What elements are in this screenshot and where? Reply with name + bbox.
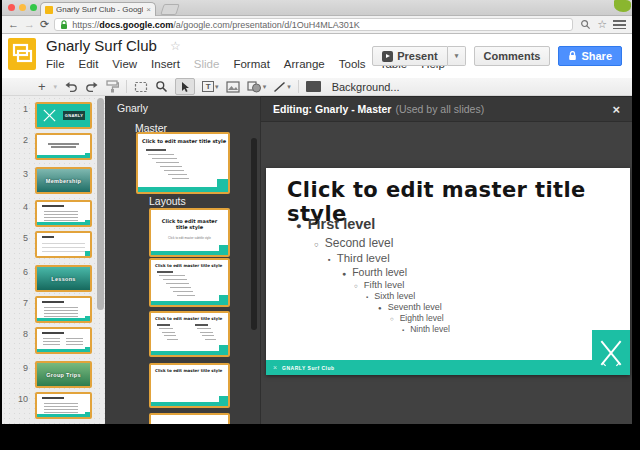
redo-icon[interactable] xyxy=(85,79,99,94)
bullet-level-5[interactable]: ○Fifth level xyxy=(266,279,630,290)
layout-thumbnail-partial[interactable] xyxy=(149,413,230,424)
filmstrip-slide-9: 9Group Trips xyxy=(2,361,105,389)
slide-thumbnail-5[interactable] xyxy=(35,231,92,258)
menu-edit[interactable]: Edit xyxy=(79,58,99,70)
layout-thumbnail-title-and-body[interactable]: Click to edit master title style xyxy=(149,258,230,307)
slide-layout-icon[interactable] xyxy=(306,79,321,94)
master-edit-area: Editing: Gnarly - Master (Used by all sl… xyxy=(260,96,632,424)
address-bar[interactable]: https://docs.google.com/a/google.com/pre… xyxy=(54,18,573,31)
menu-file[interactable]: File xyxy=(46,58,65,70)
text-box-tool-button[interactable]: T▾ xyxy=(202,79,219,94)
bullet-text: Second level xyxy=(325,236,394,250)
filmstrip-slide-7: 7 xyxy=(2,296,105,324)
forward-icon[interactable]: → xyxy=(24,19,35,30)
bullet-marker-icon: ● xyxy=(378,305,382,311)
slide-number: 6 xyxy=(4,267,28,277)
slide-thumbnail-3[interactable]: Membership xyxy=(35,167,92,194)
bookmark-star-icon[interactable]: ☆ xyxy=(597,18,607,31)
menu-arrange[interactable]: Arrange xyxy=(284,58,325,70)
slide-thumbnail-6[interactable]: Lessons xyxy=(35,265,92,292)
filmstrip-slide-8: 8 xyxy=(2,327,105,355)
share-lock-icon xyxy=(568,51,577,61)
bullet-level-9[interactable]: ▪Ninth level xyxy=(266,324,630,334)
bullet-text: Seventh level xyxy=(388,302,442,312)
menu-format[interactable]: Format xyxy=(233,58,269,70)
back-icon[interactable]: ← xyxy=(8,19,19,30)
letterbox xyxy=(0,0,2,450)
menu-tools[interactable]: Tools xyxy=(339,58,366,70)
background-button[interactable]: Background... xyxy=(332,81,400,93)
crossed-surfboards-icon xyxy=(598,338,624,368)
filmstrip-slide-5: 5 xyxy=(2,231,105,259)
undo-icon[interactable] xyxy=(64,79,78,94)
bullet-level-6[interactable]: ▪Sixth level xyxy=(266,291,630,301)
bullet-level-2[interactable]: ○Second level xyxy=(266,236,630,250)
reload-icon[interactable]: ⟳ xyxy=(40,19,49,30)
editing-banner: Editing: Gnarly - Master (Used by all sl… xyxy=(261,96,632,122)
star-document-icon[interactable]: ☆ xyxy=(170,39,181,53)
slide-thumbnail-7[interactable] xyxy=(35,296,92,323)
master-thumbnail[interactable]: Click to edit master title style xyxy=(136,132,230,194)
paint-format-icon[interactable] xyxy=(106,79,119,94)
share-button[interactable]: Share xyxy=(558,46,622,66)
new-tab-button[interactable] xyxy=(160,4,180,15)
bullet-level-8[interactable]: ○Eighth level xyxy=(266,313,630,323)
document-title[interactable]: Gnarly Surf Club xyxy=(46,37,157,54)
search-icon[interactable] xyxy=(580,19,591,30)
bullet-text: Fifth level xyxy=(364,279,405,290)
cursor-icon xyxy=(180,81,191,93)
bullet-marker-icon: ● xyxy=(296,220,302,231)
window-minimize-button[interactable] xyxy=(19,4,26,11)
slides-logo-icon[interactable] xyxy=(8,38,36,70)
comments-button[interactable]: Comments xyxy=(474,46,551,66)
bullet-marker-icon: ○ xyxy=(390,316,394,322)
zoom-icon[interactable] xyxy=(155,79,168,94)
filmstrip-scrollbar[interactable] xyxy=(97,98,104,310)
bullet-level-4[interactable]: ●Fourth level xyxy=(266,266,630,278)
slide-thumbnail-10[interactable] xyxy=(35,392,92,419)
layout-thumbnail-title-and-subtitle[interactable]: Click to edit master title styleClick to… xyxy=(149,208,230,257)
window-zoom-button[interactable] xyxy=(30,4,37,11)
bullet-text: Sixth level xyxy=(374,291,415,301)
menu-slide[interactable]: Slide xyxy=(194,58,220,70)
insert-shape-button[interactable]: ▾ xyxy=(247,79,267,94)
master-slide-canvas: Click to edit master title style ●First … xyxy=(266,168,630,375)
insert-line-button[interactable]: ▾ xyxy=(273,79,291,94)
slide-number: 3 xyxy=(4,169,28,179)
chrome-menu-icon[interactable] xyxy=(613,20,626,29)
present-dropdown-button[interactable]: ▾ xyxy=(448,46,466,66)
slide-thumbnail-8[interactable] xyxy=(35,327,92,354)
workspace: 1GNARLY23Membership456Lessons789Group Tr… xyxy=(2,96,632,424)
present-button[interactable]: Present xyxy=(372,46,447,66)
crossed-surfboards-icon xyxy=(42,108,57,123)
slide-thumbnail-1[interactable]: GNARLY xyxy=(35,102,92,129)
desktop-peek xyxy=(614,0,631,12)
bullet-level-3[interactable]: ▪Third level xyxy=(266,252,630,264)
browser-tab[interactable]: Gnarly Surf Club - Googl × xyxy=(40,2,156,16)
slide-thumbnail-9[interactable]: Group Trips xyxy=(35,361,92,388)
menu-insert[interactable]: Insert xyxy=(151,58,180,70)
bullet-level-7[interactable]: ●Seventh level xyxy=(266,302,630,312)
bullet-marker-icon: ○ xyxy=(354,282,358,289)
insert-image-button[interactable] xyxy=(226,79,240,94)
new-slide-caret-icon[interactable]: ▾ xyxy=(54,83,58,91)
present-button-group: Present ▾ xyxy=(372,46,465,66)
slide-thumbnail-2[interactable] xyxy=(35,133,92,160)
zoom-fit-icon[interactable] xyxy=(134,79,148,94)
layouts-scrollbar[interactable] xyxy=(251,138,257,330)
menu-view[interactable]: View xyxy=(112,58,137,70)
select-tool-button[interactable] xyxy=(175,78,195,95)
close-master-icon[interactable]: × xyxy=(612,102,620,117)
bullet-marker-icon: ○ xyxy=(314,240,319,249)
bullet-level-1[interactable]: ●First level xyxy=(266,216,630,232)
layouts-section-label: Layouts xyxy=(149,195,186,207)
tab-close-icon[interactable]: × xyxy=(146,5,151,14)
slide-number: 5 xyxy=(4,233,28,243)
master-body-placeholder[interactable]: ●First level○Second level▪Third level●Fo… xyxy=(266,216,630,334)
layout-thumbnail-two-columns[interactable]: Click to edit master title style xyxy=(149,311,230,357)
filmstrip-slide-3: 3Membership xyxy=(2,167,105,195)
window-close-button[interactable] xyxy=(8,4,15,11)
new-slide-button[interactable]: + xyxy=(38,79,46,94)
slide-thumbnail-4[interactable] xyxy=(35,200,92,227)
layout-thumbnail-title-only[interactable]: Click to edit master title style xyxy=(149,363,230,408)
